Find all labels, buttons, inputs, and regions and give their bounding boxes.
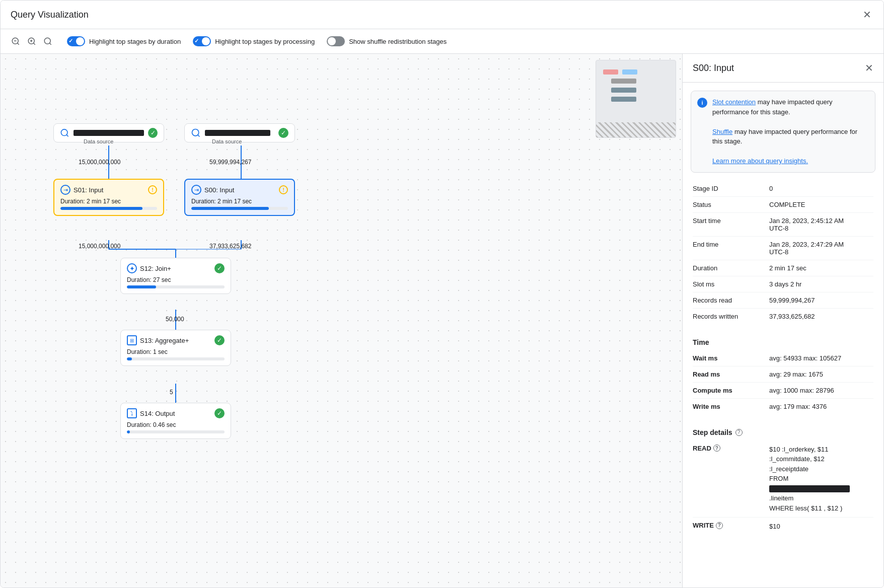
- detail-key-wait-ms: Wait ms: [693, 354, 763, 362]
- s00-title-text: S00: Input: [204, 186, 234, 194]
- s01-duration: Duration: 2 min 17 sec: [60, 198, 157, 205]
- datasource-check-1: ✓: [278, 128, 288, 138]
- step-details-help-icon[interactable]: ?: [735, 429, 743, 436]
- connector-label-s13: 5: [170, 389, 173, 396]
- step-details-section: READ ? $10 :l_orderkey, $11:l_commitdate…: [683, 440, 883, 544]
- detail-value-status: COMPLETE: [769, 201, 873, 208]
- minimap-node-4: [611, 88, 636, 93]
- datasource-text-1: Data source: [212, 138, 242, 144]
- s13-duration: Duration: 1 sec: [127, 348, 225, 355]
- app-window: Query Visualization ✕ ✓ Highlight top s: [0, 0, 884, 588]
- detail-value-wait-ms: avg: 54933 max: 105627: [769, 354, 873, 362]
- learn-more-link[interactable]: Learn more about query insights.: [712, 157, 808, 165]
- step-value-write: $10: [769, 522, 780, 532]
- detail-value-records-read: 59,999,994,267: [769, 297, 873, 304]
- connector-label-s00: 37,933,625,682: [209, 243, 251, 250]
- toolbar: ✓ Highlight top stages by duration ✓ Hig…: [1, 29, 883, 54]
- read-help-icon[interactable]: ?: [713, 445, 720, 452]
- s01-progress-fill: [60, 207, 142, 210]
- slot-contention-link[interactable]: Slot contention: [712, 98, 756, 106]
- zoom-out-button[interactable]: [9, 34, 23, 48]
- s00-title: ⇥ S00: Input: [191, 185, 234, 195]
- s14-check-icon: ✓: [214, 408, 225, 418]
- toggle-shuffle-label: Show shuffle redistribution stages: [349, 38, 447, 45]
- connector-label-ds1: 59,999,994,267: [209, 159, 251, 166]
- detail-key-write-ms: Write ms: [693, 403, 763, 410]
- toggle-shuffle-switch[interactable]: [327, 36, 345, 46]
- search-icon: [60, 128, 69, 138]
- s13-title-text: S13: Aggregate+: [140, 337, 189, 344]
- step-value-read: $10 :l_orderkey, $11:l_commitdate, $12:l…: [769, 445, 850, 513]
- s13-check-icon: ✓: [214, 335, 225, 345]
- step-key-write: WRITE ?: [693, 522, 763, 529]
- step-row-read: READ ? $10 :l_orderkey, $11:l_commitdate…: [693, 440, 873, 518]
- s00-progress-bg: [191, 207, 288, 210]
- s12-title-text: S12: Join+: [140, 265, 171, 272]
- title-bar: Query Visualization ✕: [1, 1, 883, 29]
- detail-value-slot-ms: 3 days 2 hr: [769, 280, 873, 288]
- toggle-processing-switch[interactable]: ✓: [193, 36, 211, 46]
- s14-icon: ⤵: [127, 408, 137, 418]
- s14-progress-bg: [127, 430, 225, 433]
- stage-node-s01[interactable]: ⇥ S01: Input ! Duration: 2 min 17 sec: [53, 179, 164, 216]
- s14-header: ⤵ S14: Output ✓: [127, 408, 225, 418]
- s12-progress-fill: [127, 285, 156, 288]
- toggle-duration-switch[interactable]: ✓: [67, 36, 85, 46]
- stage-node-s00[interactable]: ⇥ S00: Input ! Duration: 2 min 17 sec: [184, 179, 295, 216]
- panel-close-button[interactable]: ✕: [865, 62, 873, 74]
- detail-row-status: Status COMPLETE: [693, 197, 873, 213]
- info-line-2-text: may have impacted query performance for …: [712, 128, 857, 145]
- s01-title-text: S01: Input: [73, 186, 103, 194]
- connector-label-s01: 15,000,000,000: [79, 243, 120, 250]
- detail-key-end-time: End time: [693, 241, 763, 256]
- redacted-table-name: [769, 485, 850, 492]
- toggle-processing-label: Highlight top stages by processing: [215, 38, 315, 45]
- svg-point-18: [61, 129, 67, 136]
- s13-progress-bg: [127, 357, 225, 360]
- detail-row-compute-ms: Compute ms avg: 1000 max: 28796: [693, 383, 873, 399]
- s01-warn-icon: !: [148, 185, 157, 194]
- s01-icon: ⇥: [60, 185, 70, 195]
- graph-canvas[interactable]: ✓ Data source 15,000,000,000 ✓ Data sour…: [1, 54, 682, 587]
- minimap-node-5: [611, 97, 636, 102]
- s01-header: ⇥ S01: Input !: [60, 185, 157, 195]
- step-details-header: Step details ?: [683, 422, 883, 440]
- shuffle-link[interactable]: Shuffle: [712, 128, 732, 135]
- datasource-text-0: Data source: [84, 138, 113, 144]
- stage-node-s13[interactable]: ⊞ S13: Aggregate+ ✓ Duration: 1 sec: [120, 330, 231, 366]
- s00-icon: ⇥: [191, 185, 201, 195]
- info-icon: i: [697, 98, 707, 108]
- s13-icon: ⊞: [127, 335, 137, 345]
- s12-progress-bg: [127, 285, 225, 288]
- stage-node-s12[interactable]: ✦ S12: Join+ ✓ Duration: 27 sec: [120, 258, 231, 294]
- content-area: ✓ Data source 15,000,000,000 ✓ Data sour…: [1, 54, 883, 587]
- datasource-label-bar-0: [73, 130, 144, 136]
- detail-row-write-ms: Write ms avg: 179 max: 4376: [693, 399, 873, 414]
- detail-key-duration: Duration: [693, 264, 763, 272]
- s14-title: ⤵ S14: Output: [127, 408, 175, 418]
- detail-value-start-time: Jan 28, 2023, 2:45:12 AMUTC-8: [769, 217, 873, 232]
- detail-value-records-written: 37,933,625,682: [769, 313, 873, 320]
- time-section-title: Time: [683, 332, 883, 350]
- s13-progress-fill: [127, 357, 132, 360]
- s12-icon: ✦: [127, 263, 137, 273]
- window-close-button[interactable]: ✕: [861, 8, 873, 22]
- toggle-duration-check: ✓: [68, 38, 73, 44]
- search-icon-1: [191, 128, 201, 138]
- detail-key-records-written: Records written: [693, 313, 763, 320]
- s13-title: ⊞ S13: Aggregate+: [127, 335, 189, 345]
- zoom-reset-button[interactable]: [41, 34, 55, 48]
- write-help-icon[interactable]: ?: [716, 522, 723, 529]
- s01-title: ⇥ S01: Input: [60, 185, 103, 195]
- info-line-1: Slot contention may have impacted query …: [712, 97, 869, 117]
- zoom-in-button[interactable]: [25, 34, 39, 48]
- mini-map[interactable]: [596, 60, 676, 138]
- s13-header: ⊞ S13: Aggregate+ ✓: [127, 335, 225, 345]
- detail-value-duration: 2 min 17 sec: [769, 264, 873, 272]
- panel-title: S00: Input: [693, 63, 734, 74]
- stage-node-s14[interactable]: ⤵ S14: Output ✓ Duration: 0.46 sec: [120, 403, 231, 439]
- toggle-shuffle-group: Show shuffle redistribution stages: [327, 36, 447, 46]
- detail-key-records-read: Records read: [693, 297, 763, 304]
- s14-duration: Duration: 0.46 sec: [127, 421, 225, 428]
- toggle-duration-group: ✓ Highlight top stages by duration: [67, 36, 181, 46]
